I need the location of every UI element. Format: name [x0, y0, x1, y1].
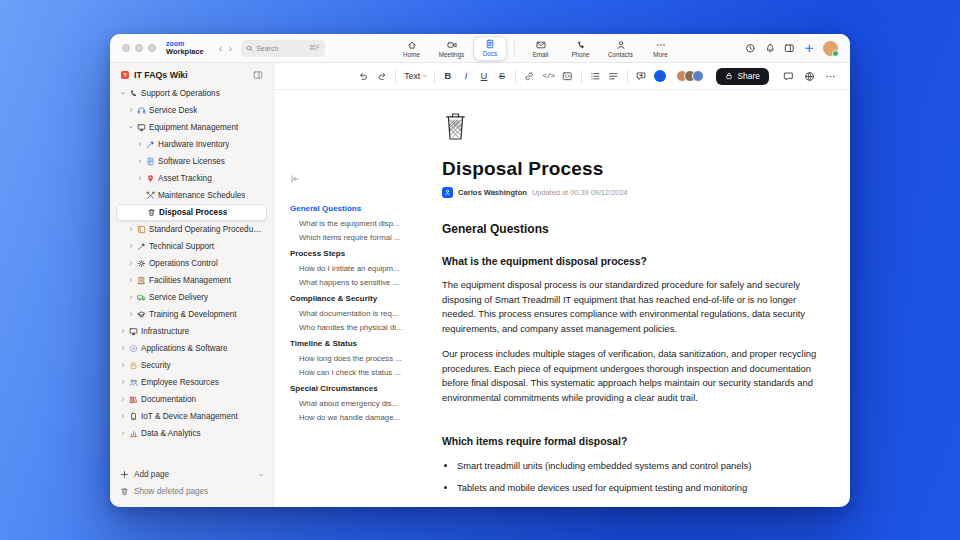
- sidebar-item-service-desk[interactable]: › Service Desk: [116, 102, 267, 119]
- doc-toolbar-right: [783, 71, 836, 82]
- global-search-input[interactable]: Search ⌘F: [241, 40, 325, 57]
- sidebar-item-disposal-process-selected[interactable]: Disposal Process: [116, 204, 267, 221]
- chevron-icon[interactable]: ›: [128, 242, 134, 251]
- link-icon[interactable]: [524, 71, 535, 82]
- chevron-icon[interactable]: ›: [128, 276, 134, 285]
- sidebar-item-maintenance-schedules[interactable]: Maintenance Schedules: [116, 187, 267, 204]
- ai-companion-button[interactable]: [654, 70, 666, 82]
- collaborator-avatars[interactable]: [676, 70, 704, 82]
- redo-icon[interactable]: [377, 71, 388, 82]
- strikethrough-button[interactable]: S: [497, 71, 507, 81]
- side-panel-icon[interactable]: [784, 43, 795, 54]
- toc-item[interactable]: What about emergency dis...: [290, 399, 416, 408]
- sidebar-item-standard-operating-procedures[interactable]: › Standard Operating Procedures: [116, 221, 267, 238]
- chevron-icon[interactable]: ›: [128, 259, 134, 268]
- chevron-icon[interactable]: ›: [120, 327, 126, 336]
- chevron-icon[interactable]: ›: [120, 412, 126, 421]
- toc-collapse-button[interactable]: [290, 174, 416, 184]
- undo-icon[interactable]: [358, 71, 369, 82]
- more-options-icon[interactable]: [825, 71, 836, 82]
- toc-item[interactable]: How do we handle damage...: [290, 413, 416, 422]
- chevron-icon[interactable]: ›: [127, 125, 136, 131]
- inline-code-button[interactable]: </>: [542, 72, 554, 80]
- close-window-button[interactable]: [122, 44, 130, 52]
- page-title: Disposal Process: [442, 158, 820, 180]
- toc-item[interactable]: Who handles the physical di...: [290, 323, 416, 332]
- bulleted-list-icon[interactable]: [590, 71, 601, 82]
- sidebar-item-support-operations[interactable]: › Support & Operations: [116, 85, 267, 102]
- user-avatar[interactable]: [823, 41, 838, 56]
- code-block-icon[interactable]: [562, 71, 573, 82]
- sidebar-item-training-development[interactable]: › Training & Development: [116, 306, 267, 323]
- sidebar-item-asset-tracking[interactable]: › Asset Tracking: [116, 170, 267, 187]
- toc-item[interactable]: How do I initiate an equipm...: [290, 264, 416, 273]
- chevron-icon[interactable]: ›: [128, 225, 134, 234]
- sidebar-item-software-licenses[interactable]: › Software Licenses: [116, 153, 267, 170]
- sidebar-item-infrastructure[interactable]: › Infrastructure: [116, 323, 267, 340]
- toc-item[interactable]: What happens to sensitive ...: [290, 278, 416, 287]
- history-icon[interactable]: [745, 43, 756, 54]
- chevron-icon[interactable]: ›: [137, 140, 143, 149]
- toc-section-title[interactable]: Special Circumstances: [290, 384, 416, 393]
- globe-icon[interactable]: [804, 71, 815, 82]
- toc-item[interactable]: Which items require formal ...: [290, 233, 416, 242]
- share-button[interactable]: Share: [716, 68, 768, 85]
- toc-section-title[interactable]: Timeline & Status: [290, 339, 416, 348]
- app-window: zoom Workplace ‹ › Search ⌘F Home Meetin…: [110, 34, 850, 507]
- underline-button[interactable]: U: [479, 71, 489, 81]
- nav-more[interactable]: More: [642, 38, 679, 60]
- sidebar-item-technical-support[interactable]: › Technical Support: [116, 238, 267, 255]
- back-button[interactable]: ‹: [216, 43, 226, 54]
- nav-phone[interactable]: Phone: [562, 38, 599, 60]
- chevron-icon[interactable]: ›: [128, 310, 134, 319]
- zoom-window-button[interactable]: [148, 44, 156, 52]
- toc-item[interactable]: What is the equipment disp...: [290, 219, 416, 228]
- toc-section-title[interactable]: Process Steps: [290, 249, 416, 258]
- chevron-icon[interactable]: ›: [120, 429, 126, 438]
- show-deleted-pages-button[interactable]: Show deleted pages: [116, 483, 267, 500]
- sidebar-item-employee-resources[interactable]: › Employee Resources: [116, 374, 267, 391]
- collapse-sidebar-icon[interactable]: [253, 70, 263, 80]
- toc-item[interactable]: How long does the process ...: [290, 354, 416, 363]
- toc-item[interactable]: How can I check the status ...: [290, 368, 416, 377]
- sidebar-item-facilities-management[interactable]: › Facilities Management: [116, 272, 267, 289]
- nav-home[interactable]: Home: [393, 38, 430, 60]
- chevron-icon[interactable]: ›: [137, 157, 143, 166]
- notifications-bell-icon[interactable]: [765, 43, 776, 54]
- comments-bubble-icon[interactable]: [783, 71, 794, 82]
- new-plus-icon[interactable]: [804, 43, 815, 54]
- chevron-icon[interactable]: ›: [128, 293, 134, 302]
- sidebar-item-hardware-inventory[interactable]: › Hardware Inventory: [116, 136, 267, 153]
- sidebar-item-operations-control[interactable]: › Operations Control: [116, 255, 267, 272]
- minimize-window-button[interactable]: [135, 44, 143, 52]
- sidebar-item-data-analytics[interactable]: › Data & Analytics: [116, 425, 267, 442]
- forward-button[interactable]: ›: [225, 43, 235, 54]
- sidebar-item-iot-device-management[interactable]: › IoT & Device Management: [116, 408, 267, 425]
- sidebar-item-equipment-management[interactable]: › Equipment Management: [116, 119, 267, 136]
- nav-meetings[interactable]: Meetings: [433, 38, 470, 60]
- text-style-dropdown[interactable]: Text ›: [404, 71, 426, 81]
- chevron-icon[interactable]: ›: [128, 106, 134, 115]
- nav-docs-active[interactable]: Docs: [473, 36, 507, 61]
- toc-section-title[interactable]: General Questions: [290, 204, 416, 213]
- italic-button[interactable]: I: [461, 71, 471, 81]
- add-page-button[interactable]: Add page ›: [116, 466, 267, 483]
- nav-email[interactable]: Email: [522, 38, 559, 60]
- sidebar-item-service-delivery[interactable]: › Service Delivery: [116, 289, 267, 306]
- chevron-icon[interactable]: ›: [137, 174, 143, 183]
- chevron-icon[interactable]: ›: [120, 344, 126, 353]
- chevron-icon[interactable]: ›: [120, 361, 126, 370]
- chevron-icon[interactable]: ›: [120, 378, 126, 387]
- sidebar-item-security[interactable]: › Security: [116, 357, 267, 374]
- nav-contacts[interactable]: Contacts: [602, 38, 639, 60]
- bold-button[interactable]: B: [443, 71, 453, 81]
- chevron-icon[interactable]: ›: [119, 91, 128, 97]
- collapse-chevron-icon[interactable]: ›: [257, 473, 267, 476]
- sidebar-item-applications-software[interactable]: › Applications & Software: [116, 340, 267, 357]
- add-comment-icon[interactable]: [636, 71, 647, 82]
- sidebar-item-documentation[interactable]: › Documentation: [116, 391, 267, 408]
- chevron-icon[interactable]: ›: [120, 395, 126, 404]
- toc-item[interactable]: What documentation is req...: [290, 309, 416, 318]
- toc-section-title[interactable]: Compliance & Security: [290, 294, 416, 303]
- alignment-icon[interactable]: [608, 71, 619, 82]
